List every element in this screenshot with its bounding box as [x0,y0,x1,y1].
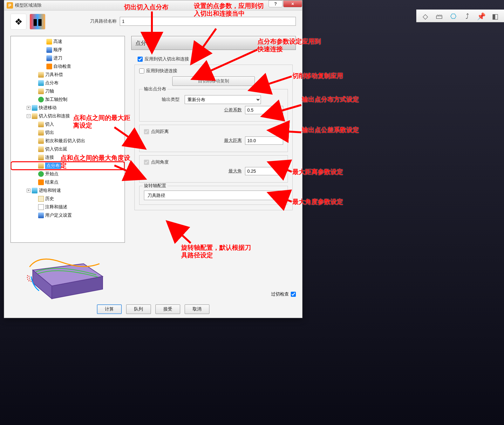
tree-expander-icon[interactable]: + [27,189,31,192]
tree-node-icon [38,80,44,86]
tree-node-label: 加工轴控制 [45,97,67,102]
tree-node-label: 切入切出延 [45,146,67,152]
toolbar-eraser-icon[interactable]: ◧ [489,11,501,22]
tree-item-12[interactable]: +初次和最后切入切出 [11,137,125,145]
tree-node-icon [38,138,44,144]
preview-3d-icon [20,245,109,302]
tree-item-18[interactable]: +进给和转速 [11,186,125,195]
tree-item-16[interactable]: +开始点 [11,170,125,178]
tree-node-icon [38,204,44,210]
tree-node-label: 刀轴 [45,88,54,94]
calculate-button[interactable]: 计算 [97,304,122,314]
bottom-button-bar: 计算 队列 接受 取消 [4,304,302,314]
section-header: 点分布 [131,36,296,50]
tree-node-label: 刀具补偿 [45,72,63,78]
tree-node-icon [46,47,52,53]
output-type-select[interactable]: 重新分布 [185,95,261,104]
point-angle-label: 点间角度 [151,159,169,165]
right-pane: 点分布 应用到切入切出和连接 应用到快进连接 自切削移动复制 输出点分布 [131,36,296,299]
tree-node-icon [38,130,44,136]
point-angle-group: 点间角度 最大角 [139,155,288,183]
tree-node-icon [38,212,44,218]
tree-node-label: 点分布 [45,163,61,169]
tree-node-icon [38,155,44,160]
tree-item-7[interactable]: +加工轴控制 [11,95,125,104]
max-angle-input[interactable] [245,167,283,175]
help-button[interactable]: ? [269,0,283,7]
toolpath-name-row: 刀具路径名称 [90,17,296,26]
strategy-icon-2[interactable]: ▮▮ [30,14,45,30]
apply-rapid-row: 应用到快进连接 [139,68,288,74]
tree-node-label: 顺序 [53,47,62,53]
tree-node-icon [38,179,44,185]
toolbar-icon-4[interactable]: ⤴ [461,11,473,22]
tree-item-2[interactable]: +进刀 [11,54,125,62]
tree-expander-icon[interactable]: − [27,114,31,118]
tree-node-icon [38,72,44,78]
tree-node-icon [32,105,37,111]
tree-item-14[interactable]: +连接 [11,153,125,162]
settings-tree[interactable]: +高速+顺序+进刀+自动检查+刀具补偿+点分布+刀轴+加工轴控制+快进移动−切入… [10,36,125,243]
tolerance-input[interactable] [245,106,283,114]
apply-leadlink-label: 应用到切入切出和连接 [145,56,189,62]
tree-item-0[interactable]: +高速 [11,38,125,46]
tree-item-6[interactable]: +刀轴 [11,87,125,95]
tree-node-label: 快进移动 [39,105,57,111]
titlebar[interactable]: P 模型区域清除 ? × [4,0,302,10]
tree-node-icon [38,171,44,177]
tree-expander-icon[interactable]: + [27,106,31,110]
tree-node-label: 自动检查 [53,64,71,69]
tree-item-1[interactable]: +顺序 [11,46,125,54]
output-dist-group: 输出点分布 输出类型 重新分布 公差系数 [139,89,288,122]
tree-item-5[interactable]: +点分布 [11,79,125,87]
toolbar-icon-2[interactable]: 🗃 [433,11,445,22]
cancel-button[interactable]: 取消 [185,304,209,314]
apply-leadlink-checkbox[interactable] [138,57,143,62]
tree-node-label: 历史 [45,196,54,202]
toolbar-icon-1[interactable]: ◇ [419,11,431,22]
point-distance-label: 点间距离 [151,129,169,135]
tree-item-11[interactable]: +切出 [11,129,125,137]
max-angle-label: 最大角 [228,168,242,174]
apply-rapid-checkbox[interactable] [139,68,144,73]
toolbar-icon-3[interactable]: ⎔ [447,11,459,22]
tree-node-label: 结束点 [45,179,58,185]
toolpath-name-input[interactable] [120,17,296,26]
accept-button[interactable]: 接受 [155,304,180,314]
tree-item-3[interactable]: +自动检查 [11,62,125,71]
point-distance-checkbox[interactable] [144,129,149,134]
tree-node-label: 进给和转速 [39,188,61,193]
dialog-body: ❖ ▮▮ 刀具路径名称 +高速+顺序+进刀+自动检查+刀具补偿+点分布+刀轴+加… [4,10,302,318]
point-distance-group: 点间距离 最大距离 [139,125,288,152]
tree-item-21[interactable]: +用户定义设置 [11,211,125,219]
tree-node-icon [32,188,37,193]
tree-item-10[interactable]: +切入 [11,120,125,129]
tree-item-17[interactable]: +结束点 [11,178,125,186]
toolbar-pin-icon[interactable]: 📌 [475,11,487,22]
overshoot-checkbox[interactable] [291,292,296,297]
top-toolbar: ◇ 🗃 ⎔ ⤴ 📌 ◧ [416,10,504,22]
tree-item-4[interactable]: +刀具补偿 [11,71,125,79]
tree-item-9[interactable]: −切入切出和连接 [11,112,125,120]
tree-node-icon [32,113,37,119]
apply-rapid-label: 应用到快进连接 [146,68,177,74]
tree-node-label: 切入 [45,122,54,127]
queue-button[interactable]: 队列 [126,304,151,314]
copy-from-cutting-button[interactable]: 自切削移动复制 [172,76,255,86]
point-angle-checkbox[interactable] [144,160,149,165]
tree-item-8[interactable]: +快进移动 [11,104,125,112]
strategy-icon[interactable]: ❖ [10,14,26,30]
overshoot-row: 过切检查 [271,291,296,297]
tree-item-15[interactable]: +点分布 [11,162,125,170]
tree-node-label: 初次和最后切入切出 [45,138,85,144]
tree-item-19[interactable]: +历史 [11,195,125,203]
tree-item-13[interactable]: +切入切出延 [11,145,125,153]
rotary-config-select[interactable]: 刀具路径 [144,191,283,200]
tree-node-label: 开始点 [45,171,58,177]
toolpath-name-label: 刀具路径名称 [90,18,117,24]
max-distance-input[interactable] [245,136,283,145]
tree-item-20[interactable]: +注释和描述 [11,203,125,211]
tree-node-icon [46,39,52,45]
close-button[interactable]: × [283,0,302,7]
rotary-config-title: 旋转轴配置 [143,183,167,189]
